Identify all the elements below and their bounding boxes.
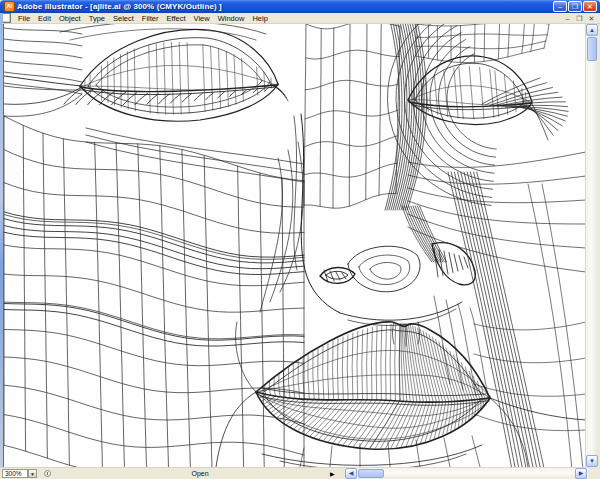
menu-edit[interactable]: Edit [34,14,55,23]
scroll-right-button[interactable]: ▶ [575,468,587,479]
doc-minimize-button[interactable]: – [563,14,572,23]
doc-restore-button[interactable]: ❐ [575,14,584,23]
menu-type[interactable]: Type [85,14,109,23]
document-icon [2,13,11,23]
menu-select[interactable]: Select [109,14,138,23]
illustrator-app-icon: Ai [4,1,15,12]
close-button[interactable]: ✕ [583,1,597,12]
status-clock-icon [44,470,51,477]
scrollbar-corner [588,467,600,479]
zoom-dropdown-button[interactable]: ▼ [28,469,37,478]
menu-help[interactable]: Help [248,14,271,23]
menu-object[interactable]: Object [55,14,85,23]
menu-view[interactable]: View [190,14,214,23]
status-popup-arrow-icon[interactable]: ▶ [330,470,335,477]
menu-effect[interactable]: Effect [163,14,190,23]
horizontal-scroll-thumb[interactable] [358,469,384,478]
vertical-scroll-thumb[interactable] [587,37,597,61]
wireframe-face-artwork[interactable] [4,24,585,467]
window-title: Adobe Illustrator - [ajlite.ai @ 300% (C… [17,2,553,11]
illustrator-window: Ai Adobe Illustrator - [ajlite.ai @ 300%… [0,0,600,479]
menu-bar: File Edit Object Type Select Filter Effe… [0,13,600,24]
maximize-button[interactable]: ❐ [568,1,582,12]
scroll-down-button[interactable]: ▼ [586,455,598,467]
menu-window[interactable]: Window [214,14,249,23]
vertical-scrollbar[interactable]: ▲ ▼ [585,24,597,467]
menu-filter[interactable]: Filter [138,14,163,23]
title-bar[interactable]: Ai Adobe Illustrator - [ajlite.ai @ 300%… [0,0,600,13]
scroll-up-button[interactable]: ▲ [586,24,598,36]
document-canvas[interactable] [3,24,585,467]
horizontal-scrollbar[interactable]: ◀ ▶ [345,467,588,479]
menu-file[interactable]: File [14,14,34,23]
zoom-level-field[interactable]: 300% [2,469,28,478]
minimize-button[interactable]: – [553,1,567,12]
scroll-left-button[interactable]: ◀ [345,468,357,479]
doc-close-button[interactable]: ✕ [587,14,596,23]
status-readout[interactable]: Open [100,470,300,477]
